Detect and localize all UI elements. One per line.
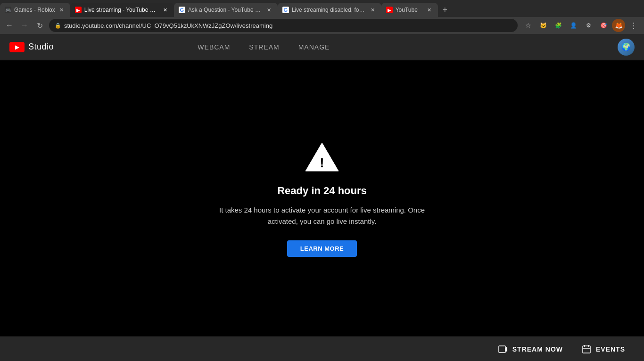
extension-icon-3[interactable]: 👤 — [567, 19, 580, 32]
tab-livestreaming-disabled-close[interactable]: ✕ — [369, 6, 377, 14]
warning-triangle-icon: ! — [303, 140, 341, 173]
youtube-favicon-1: ▶ — [75, 7, 82, 13]
stream-now-label: STREAM NOW — [512, 345, 563, 353]
yt-studio-logo[interactable]: ▶ Studio — [9, 42, 54, 52]
url-bar[interactable]: 🔒 studio.youtube.com/channel/UC_O79vQ51k… — [49, 19, 518, 32]
svg-rect-3 — [583, 346, 590, 353]
bottom-bar: STREAM NOW EVENTS — [0, 336, 644, 361]
yt-nav: WEBCAM STREAM MANAGE — [198, 41, 330, 53]
tab-livestreaming[interactable]: ▶ Live streaming - YouTube Stud ✕ — [70, 3, 174, 17]
ready-title: Ready in 24 hours — [277, 185, 367, 197]
stream-now-icon — [498, 345, 508, 354]
tab-roblox-label: Games - Roblox — [14, 7, 55, 13]
yt-studio-header: ▶ Studio WEBCAM STREAM MANAGE 🌍 — [0, 34, 644, 60]
tab-ask-question[interactable]: G Ask a Question - YouTube Con ✕ — [174, 3, 278, 17]
youtube-favicon-2: ▶ — [386, 7, 393, 13]
google-favicon-2: G — [282, 7, 289, 13]
google-favicon-1: G — [179, 7, 185, 13]
back-button[interactable]: ← — [4, 20, 15, 31]
bookmark-icon[interactable]: ☆ — [521, 19, 535, 32]
tab-livestreaming-close[interactable]: ✕ — [162, 6, 169, 14]
tab-livestreaming-disabled[interactable]: G Live streaming disabled, for ho ✕ — [278, 3, 381, 17]
nav-stream[interactable]: STREAM — [249, 41, 279, 53]
tab-roblox-close[interactable]: ✕ — [58, 6, 66, 14]
tab-livestreaming-disabled-label: Live streaming disabled, for ho — [292, 7, 366, 13]
svg-text:!: ! — [320, 156, 324, 170]
reload-button[interactable]: ↻ — [34, 20, 45, 31]
tab-youtube-close[interactable]: ✕ — [426, 6, 433, 14]
chrome-menu-button[interactable]: ⋮ — [627, 19, 640, 32]
events-action[interactable]: EVENTS — [582, 345, 625, 354]
youtube-logo-icon: ▶ — [9, 42, 25, 52]
main-content: ! Ready in 24 hours It takes 24 hours to… — [0, 60, 644, 336]
stream-now-action[interactable]: STREAM NOW — [498, 345, 563, 354]
browser-profile-avatar[interactable]: 🦊 — [612, 19, 625, 32]
events-label: EVENTS — [596, 345, 625, 353]
browser-chrome: 🎮 Games - Roblox ✕ ▶ Live streaming - Yo… — [0, 0, 644, 34]
yt-header-avatar[interactable]: 🌍 — [618, 39, 635, 56]
tab-youtube-label: YouTube — [396, 7, 418, 13]
address-bar: ← → ↻ 🔒 studio.youtube.com/channel/UC_O7… — [0, 17, 644, 34]
tab-ask-question-label: Ask a Question - YouTube Con — [188, 7, 263, 13]
extension-icon-1[interactable]: 🐱 — [537, 19, 550, 32]
forward-button[interactable]: → — [19, 20, 30, 31]
learn-more-button[interactable]: LEARN MORE — [287, 240, 357, 257]
ready-description: It takes 24 hours to activate your accou… — [214, 205, 430, 227]
tab-bar: 🎮 Games - Roblox ✕ ▶ Live streaming - Yo… — [0, 0, 644, 17]
new-tab-button[interactable]: + — [438, 3, 452, 17]
roblox-favicon: 🎮 — [5, 7, 11, 13]
tab-roblox[interactable]: 🎮 Games - Roblox ✕ — [0, 3, 70, 17]
toolbar-icons: ☆ 🐱 🧩 👤 ⚙ 🎯 🦊 ⋮ — [521, 19, 640, 32]
extension-icon-4[interactable]: ⚙ — [582, 19, 595, 32]
tab-ask-question-close[interactable]: ✕ — [265, 6, 273, 14]
tab-youtube[interactable]: ▶ YouTube ✕ — [381, 3, 438, 17]
lock-icon: 🔒 — [55, 23, 61, 29]
yt-header-avatar-inner: 🌍 — [618, 39, 635, 56]
extension-icon-5[interactable]: 🎯 — [597, 19, 610, 32]
browser-profile-avatar-inner: 🦊 — [612, 19, 625, 32]
tab-livestreaming-label: Live streaming - YouTube Stud — [84, 7, 159, 13]
yt-studio-text: Studio — [28, 42, 54, 52]
events-icon — [582, 345, 591, 354]
svg-rect-2 — [499, 346, 505, 353]
url-text: studio.youtube.com/channel/UC_O79vQ51kzU… — [64, 22, 272, 29]
extension-icon-2[interactable]: 🧩 — [552, 19, 565, 32]
nav-webcam[interactable]: WEBCAM — [198, 41, 230, 53]
nav-manage[interactable]: MANAGE — [298, 41, 330, 53]
